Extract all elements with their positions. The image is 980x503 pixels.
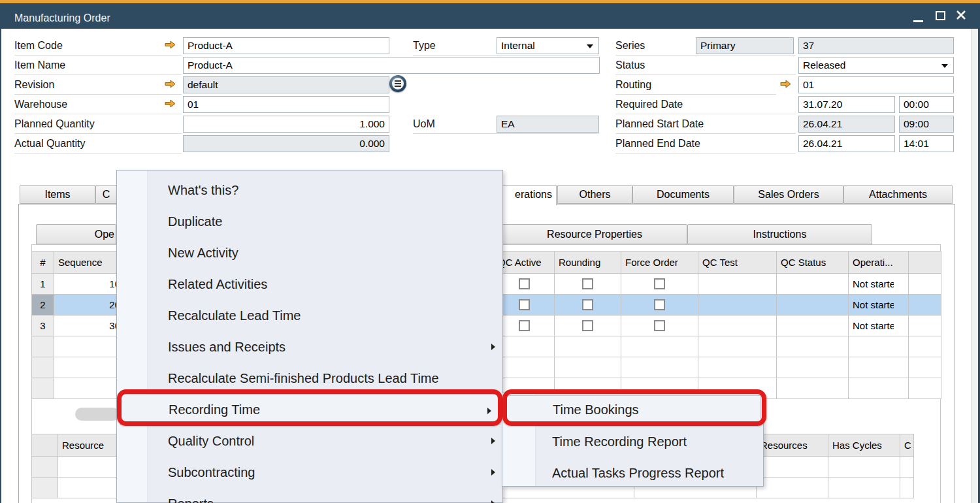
rounding-cell[interactable] [555, 295, 621, 316]
item-name-field[interactable]: Product-A [183, 57, 600, 74]
force-order-cell[interactable] [621, 274, 698, 295]
col-header-sequence: Sequence [54, 252, 125, 274]
col-header-extra [909, 252, 941, 274]
submenu-arrow-icon [491, 438, 495, 444]
qc-test-cell[interactable] [698, 316, 777, 336]
link-arrow-icon[interactable] [780, 80, 791, 88]
qc-test-cell[interactable] [698, 274, 777, 295]
subtab-operations-partial[interactable]: Ope [36, 224, 116, 244]
sequence-cell[interactable]: 20 [54, 295, 125, 316]
col-header-operations: Operati... [849, 252, 909, 274]
tab-documents[interactable]: Documents [632, 185, 734, 204]
subtab-instructions[interactable]: Instructions [687, 224, 872, 244]
tab-attachments[interactable]: Attachments [843, 185, 953, 204]
sequence-cell[interactable]: 30 [54, 316, 125, 336]
rounding-checkbox[interactable] [582, 299, 593, 310]
subtab-resource-properties[interactable]: Resource Properties [502, 224, 687, 244]
qc-active-checkbox[interactable] [519, 299, 530, 310]
tab-others[interactable]: Others [557, 185, 632, 204]
tab-sales-orders[interactable]: Sales Orders [734, 185, 843, 204]
maximize-icon[interactable] [936, 11, 945, 20]
type-value: Internal [501, 40, 535, 51]
qc-test-cell[interactable] [698, 295, 777, 316]
close-icon[interactable] [956, 10, 966, 20]
planned-end-time-field[interactable]: 14:01 [899, 135, 954, 152]
series-number-field: 37 [798, 37, 954, 54]
minimize-icon[interactable] [913, 20, 923, 22]
status-dropdown[interactable]: Released [798, 57, 954, 74]
planned-end-date-label: Planned End Date [615, 135, 796, 154]
col-header-qc-status: QC Status [777, 252, 849, 274]
col-header-num: # [32, 252, 54, 274]
rounding-cell[interactable] [555, 274, 621, 295]
menu-lines-glyph [392, 78, 404, 89]
rounding-checkbox[interactable] [582, 320, 593, 331]
submenu-item-time-recording-report[interactable]: Time Recording Report [502, 426, 764, 457]
qc-active-checkbox[interactable] [519, 320, 530, 331]
submenu-arrow-icon [491, 469, 495, 476]
col-header-qc-test: QC Test [698, 252, 777, 274]
tab-items[interactable]: Items [20, 185, 95, 204]
required-date-label: Required Date [615, 96, 796, 114]
qc-status-cell[interactable] [777, 295, 849, 316]
operation-status-cell[interactable]: Not started [849, 274, 909, 295]
planned-start-date-field: 26.04.21 [798, 116, 895, 133]
row-number-cell[interactable]: 3 [32, 316, 54, 336]
qc-status-cell[interactable] [777, 316, 849, 336]
chevron-down-icon [587, 44, 593, 48]
actual-quantity-label: Actual Quantity [14, 135, 182, 154]
menu-item-issues-and-receipts[interactable]: Issues and Receipts [117, 331, 504, 363]
annotation-highlight-time-bookings [502, 389, 766, 426]
revision-field[interactable]: default [183, 76, 389, 93]
force-order-cell[interactable] [621, 295, 698, 316]
operation-status-cell[interactable]: Not started [849, 295, 909, 316]
window-titlebar[interactable]: Manufacturing Order [0, 3, 980, 29]
menu-item-reports[interactable]: Reports [117, 488, 504, 503]
force-order-checkbox[interactable] [654, 299, 665, 310]
planned-quantity-field[interactable]: 1.000 [183, 116, 389, 133]
choose-from-list-icon[interactable] [389, 75, 406, 92]
actual-quantity-field: 0.000 [183, 135, 389, 152]
link-arrow-icon[interactable] [165, 80, 176, 88]
operation-status-cell[interactable]: Not started [849, 316, 909, 336]
menu-item-new-activity[interactable]: New Activity [117, 237, 504, 268]
menu-item-recalculate-lead-time[interactable]: Recalculate Lead Time [117, 300, 504, 331]
menu-item-quality-control[interactable]: Quality Control [117, 425, 504, 457]
row-number-cell[interactable]: 2 [32, 295, 54, 316]
item-code-label: Item Code [14, 37, 182, 56]
routing-field[interactable]: 01 [798, 76, 954, 93]
menu-item-subcontracting[interactable]: Subcontracting [117, 457, 504, 488]
rounding-checkbox[interactable] [582, 278, 593, 289]
row-number-cell[interactable]: 1 [32, 274, 54, 295]
annotation-highlight-recording-time [117, 389, 502, 426]
force-order-checkbox[interactable] [654, 320, 665, 331]
rounding-cell[interactable] [555, 316, 621, 336]
col-header-has-cycles: Has Cycles [828, 434, 900, 457]
submenu-item-actual-tasks-progress-report[interactable]: Actual Tasks Progress Report [502, 457, 764, 489]
link-arrow-icon[interactable] [165, 99, 176, 108]
item-code-field[interactable]: Product-A [183, 37, 389, 54]
tab-components-partial[interactable]: C [95, 185, 117, 204]
type-dropdown[interactable]: Internal [497, 37, 599, 54]
force-order-cell[interactable] [621, 316, 698, 336]
menu-item-duplicate[interactable]: Duplicate [117, 206, 504, 237]
window-border-left [0, 3, 1, 503]
planned-quantity-label: Planned Quantity [14, 116, 182, 134]
sequence-cell[interactable]: 10 [54, 274, 125, 295]
qc-active-checkbox[interactable] [519, 278, 530, 289]
vertical-scrollbar[interactable] [971, 29, 978, 503]
col-header-rounding: Rounding [555, 252, 621, 274]
qc-status-cell[interactable] [777, 274, 849, 295]
planned-end-date-field[interactable]: 26.04.21 [798, 135, 895, 152]
warehouse-field[interactable]: 01 [183, 96, 389, 113]
menu-item-whats-this[interactable]: What's this? [117, 174, 504, 206]
horizontal-scrollbar-thumb[interactable] [75, 408, 120, 421]
series-name-field: Primary [696, 37, 794, 54]
force-order-checkbox[interactable] [654, 278, 665, 289]
required-date-field[interactable]: 31.07.20 [798, 96, 895, 113]
submenu-arrow-icon [491, 344, 495, 350]
menu-item-related-activities[interactable]: Related Activities [117, 268, 504, 300]
required-time-field[interactable]: 00:00 [899, 96, 954, 113]
manufacturing-order-window: Manufacturing Order Item Code Product-A … [0, 0, 980, 503]
link-arrow-icon[interactable] [165, 41, 176, 49]
